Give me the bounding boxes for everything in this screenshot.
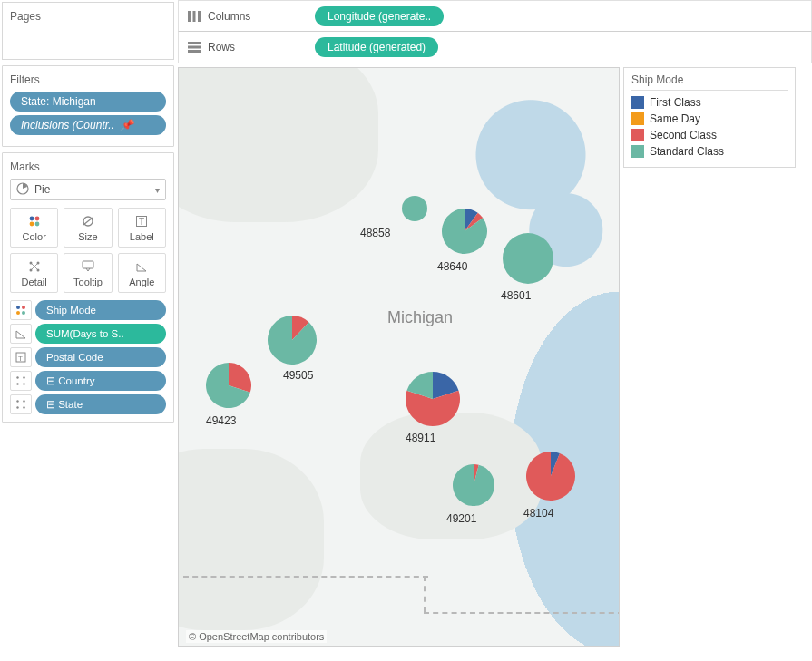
legend-label: Same Day — [650, 112, 700, 125]
legend-item[interactable]: Standard Class — [631, 143, 788, 160]
mark-color-label: Color — [23, 231, 46, 242]
pie-label: 48640 — [437, 260, 467, 273]
mark-type-dropdown[interactable]: Pie ▾ — [10, 179, 166, 200]
legend-swatch — [631, 129, 644, 141]
size-icon — [81, 214, 95, 228]
svg-point-13 — [16, 306, 20, 309]
legend-item[interactable]: Same Day — [631, 111, 788, 127]
svg-rect-32 — [188, 50, 201, 53]
label-icon: T — [10, 347, 32, 367]
mark-row-shipmode[interactable]: Ship Mode — [10, 300, 166, 320]
rows-label: Rows — [208, 41, 235, 53]
pie-label: 48104 — [523, 507, 553, 520]
legend-label: Second Class — [650, 129, 717, 141]
svg-rect-28 — [193, 11, 196, 22]
svg-point-4 — [34, 221, 39, 226]
svg-point-14 — [22, 306, 25, 309]
filter-pill-inclusions-label: Inclusions (Countr.. — [21, 119, 114, 131]
svg-rect-29 — [198, 11, 201, 22]
map-border — [183, 576, 428, 578]
pie-mark[interactable]: 49423 — [206, 363, 251, 411]
pie-mark[interactable]: 48104 — [526, 452, 575, 503]
svg-rect-12 — [83, 261, 93, 268]
legend-swatch — [631, 145, 644, 158]
columns-shelf[interactable]: Columns Longitude (generate.. — [178, 0, 812, 32]
columns-label: Columns — [208, 10, 250, 23]
pie-label: 48911 — [406, 432, 435, 444]
svg-point-34 — [503, 233, 553, 284]
filter-pill-inclusions[interactable]: Inclusions (Countr.. 📌 — [10, 115, 166, 135]
svg-rect-31 — [188, 46, 201, 49]
pie-label: 49505 — [283, 369, 313, 382]
pages-shelf[interactable]: Pages — [2, 2, 174, 60]
svg-point-1 — [29, 216, 34, 220]
mark-pill-postal[interactable]: Postal Code — [35, 347, 166, 367]
pages-label: Pages — [10, 10, 166, 23]
color-icon — [27, 214, 42, 228]
pie-mark[interactable]: 48858 — [402, 196, 427, 224]
mark-row-state[interactable]: ⊟ State — [10, 394, 166, 414]
svg-text:T: T — [139, 217, 144, 227]
mark-size-button[interactable]: Size — [64, 208, 112, 248]
mark-pill-state[interactable]: ⊟ State — [35, 394, 166, 414]
mark-size-label: Size — [78, 231, 97, 242]
color-icon — [10, 300, 32, 320]
filter-pill-state[interactable]: State: Michigan — [10, 92, 166, 112]
map-land — [178, 67, 378, 222]
pie-mark[interactable]: 48640 — [442, 209, 487, 257]
svg-point-19 — [16, 376, 18, 378]
angle-icon — [134, 259, 149, 274]
legend-label: First Class — [650, 96, 701, 109]
map-border — [424, 612, 620, 614]
mark-pill-shipmode[interactable]: Ship Mode — [35, 300, 166, 320]
legend-item[interactable]: Second Class — [631, 127, 788, 143]
svg-point-23 — [16, 400, 18, 402]
mark-tooltip-label: Tooltip — [73, 277, 103, 287]
map-border — [424, 576, 426, 612]
columns-icon — [188, 10, 201, 23]
marks-title: Marks — [10, 160, 166, 173]
svg-point-24 — [16, 406, 18, 408]
mark-detail-label: Detail — [22, 277, 47, 287]
chevron-down-icon: ▾ — [155, 185, 160, 195]
mark-pill-country[interactable]: ⊟ Country — [35, 371, 166, 391]
legend-title: Ship Mode — [631, 73, 788, 91]
map-land — [178, 449, 324, 630]
pie-label: 48601 — [501, 289, 531, 302]
svg-point-25 — [23, 400, 24, 402]
rows-pill[interactable]: Latitude (generated) — [315, 37, 438, 57]
pie-mark[interactable]: 49201 — [453, 464, 494, 509]
mark-label-button[interactable]: T Label — [118, 208, 166, 248]
svg-point-22 — [23, 383, 24, 384]
legend-label: Standard Class — [650, 145, 724, 158]
state-label: Michigan — [387, 308, 453, 327]
columns-pill[interactable]: Longitude (generate.. — [315, 6, 444, 26]
mark-type-label: Pie — [34, 183, 50, 196]
filters-shelf[interactable]: Filters State: Michigan Inclusions (Coun… — [2, 65, 174, 147]
rows-shelf[interactable]: Rows Latitude (generated) — [178, 32, 812, 63]
svg-point-16 — [22, 311, 25, 315]
mark-angle-button[interactable]: Angle — [118, 253, 166, 293]
legend-item[interactable]: First Class — [631, 94, 788, 111]
pie-label: 49423 — [206, 414, 236, 427]
svg-point-15 — [16, 311, 20, 315]
rows-icon — [188, 41, 201, 53]
pie-mark[interactable]: 48911 — [406, 372, 460, 429]
map-visualization[interactable]: Michigan 4885848640486014950549423489114… — [178, 67, 620, 647]
pie-label: 49201 — [446, 512, 476, 525]
legend-swatch — [631, 112, 644, 125]
svg-point-26 — [23, 406, 24, 408]
mark-pill-days[interactable]: SUM(Days to S.. — [35, 324, 166, 344]
pie-mark[interactable]: 49505 — [268, 316, 317, 367]
mark-row-postal[interactable]: T Postal Code — [10, 347, 166, 367]
mark-tooltip-button[interactable]: Tooltip — [64, 253, 112, 293]
detail-icon — [10, 394, 32, 414]
mark-color-button[interactable]: Color — [10, 208, 58, 248]
pie-mark[interactable]: 48601 — [503, 233, 553, 287]
svg-rect-27 — [188, 11, 191, 22]
mark-row-country[interactable]: ⊟ Country — [10, 371, 166, 391]
filters-title: Filters — [10, 73, 166, 86]
mark-row-days[interactable]: SUM(Days to S.. — [10, 324, 166, 344]
svg-point-3 — [29, 221, 34, 226]
mark-detail-button[interactable]: Detail — [10, 253, 58, 293]
